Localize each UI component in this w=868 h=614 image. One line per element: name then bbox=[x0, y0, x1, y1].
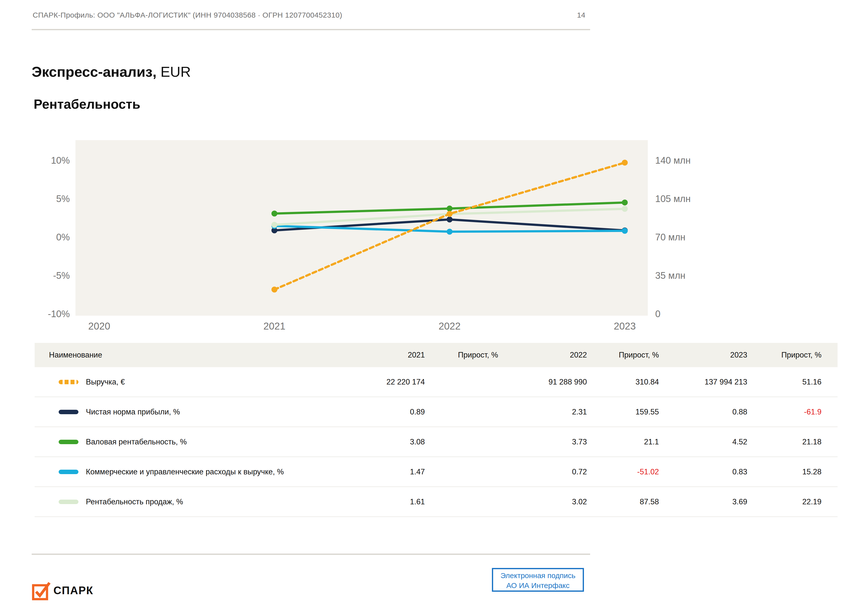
cell-value: 0.72 bbox=[572, 468, 587, 476]
legend-swatch-icon bbox=[59, 469, 78, 474]
spark-logo-check-icon bbox=[32, 581, 53, 602]
series-point bbox=[446, 229, 453, 235]
document-header-text: СПАРК-Профиль: ООО "АЛЬФА-ЛОГИСТИК" (ИНН… bbox=[33, 11, 342, 19]
series-point bbox=[271, 222, 277, 228]
column-header-growth1: Прирост, % bbox=[458, 351, 498, 359]
series-point bbox=[446, 216, 453, 222]
row-label: Выручка, € bbox=[86, 378, 125, 387]
table-row: Коммерческие и управленческие расходы к … bbox=[35, 457, 837, 487]
table-row: Выручка, €22 220 17491 288 990310.84137 … bbox=[35, 367, 837, 397]
cell-value: 3.73 bbox=[572, 437, 587, 446]
cell-value: -51.02 bbox=[637, 468, 659, 476]
legend-swatch-icon bbox=[59, 440, 78, 444]
legend-swatch-icon bbox=[59, 500, 78, 504]
cell-value: 3.02 bbox=[572, 497, 587, 506]
series-point bbox=[271, 211, 277, 217]
page-number: 14 bbox=[577, 11, 585, 19]
cell-value: 3.69 bbox=[732, 497, 747, 506]
left-axis-tick-label: 5% bbox=[56, 194, 70, 204]
table-body: Выручка, €22 220 17491 288 990310.84137 … bbox=[35, 367, 837, 517]
series-point bbox=[622, 206, 628, 212]
column-header-growth3: Прирост, % bbox=[781, 351, 822, 359]
series-point bbox=[271, 287, 277, 293]
signature-line-1: Электронная подпись bbox=[493, 570, 583, 581]
x-axis-year-label: 2022 bbox=[439, 320, 461, 331]
left-axis-tick-label: -10% bbox=[48, 309, 70, 319]
series-point bbox=[622, 160, 628, 166]
page-title: Экспресс-анализ, EUR bbox=[32, 64, 191, 80]
page-title-bold: Экспресс-анализ, bbox=[32, 64, 157, 80]
report-page: СПАРК-Профиль: ООО "АЛЬФА-ЛОГИСТИК" (ИНН… bbox=[0, 0, 868, 614]
cell-value: 22.19 bbox=[802, 497, 822, 506]
series-point bbox=[622, 199, 628, 205]
left-axis-tick-label: -5% bbox=[53, 270, 70, 281]
right-axis-tick-label: 140 млн bbox=[655, 155, 691, 166]
cell-value: 159.55 bbox=[636, 407, 659, 417]
cell-value: 15.28 bbox=[802, 468, 822, 476]
right-axis-tick-label: 35 млн bbox=[655, 270, 685, 281]
cell-value: 3.08 bbox=[410, 437, 425, 446]
cell-value: 1.61 bbox=[410, 497, 425, 506]
series-point bbox=[446, 211, 453, 217]
row-label: Валовая рентабельность, % bbox=[86, 437, 187, 446]
cell-value: 21.18 bbox=[802, 437, 822, 446]
legend-swatch-icon bbox=[59, 380, 78, 384]
table-header-row: Наименование 2021 Прирост, % 2022 Прирос… bbox=[35, 343, 837, 367]
cell-value: 21.1 bbox=[644, 437, 659, 446]
legend-swatch-icon bbox=[59, 410, 78, 414]
cell-value: 0.88 bbox=[732, 407, 747, 417]
cell-value: 2.31 bbox=[572, 407, 587, 417]
cell-value: 137 994 213 bbox=[705, 378, 747, 387]
right-axis-tick-label: 105 млн bbox=[655, 194, 691, 204]
section-title: Рентабельность bbox=[34, 96, 140, 112]
right-axis-tick-label: 70 млн bbox=[655, 232, 685, 242]
cell-value: 4.52 bbox=[732, 437, 747, 446]
signature-line-2: АО ИА Интерфакс bbox=[493, 581, 583, 591]
column-header-2021: 2021 bbox=[408, 351, 425, 359]
right-axis-tick-label: 0 bbox=[655, 309, 660, 319]
profitability-chart: 10%140 млн5%105 млн0%70 млн-5%35 млн-10%… bbox=[0, 134, 868, 334]
left-axis-tick-label: 0% bbox=[56, 232, 70, 242]
table-row: Чистая норма прибыли, %0.892.31159.550.8… bbox=[35, 397, 837, 427]
x-axis-year-label: 2023 bbox=[614, 320, 636, 331]
row-label: Чистая норма прибыли, % bbox=[86, 407, 180, 417]
left-axis-tick-label: 10% bbox=[51, 155, 70, 166]
cell-value: 310.84 bbox=[636, 378, 659, 387]
column-header-name: Наименование bbox=[49, 351, 102, 359]
series-point bbox=[622, 228, 628, 234]
column-header-2023: 2023 bbox=[730, 351, 747, 359]
series-point bbox=[446, 205, 453, 211]
page-title-suffix: EUR bbox=[157, 64, 191, 80]
x-axis-year-label: 2020 bbox=[88, 320, 110, 331]
header-divider bbox=[32, 29, 590, 30]
column-header-2022: 2022 bbox=[570, 351, 587, 359]
table-row: Рентабельность продаж, %1.613.0287.583.6… bbox=[35, 487, 837, 517]
x-axis-year-label: 2021 bbox=[264, 320, 285, 331]
row-label: Рентабельность продаж, % bbox=[86, 497, 183, 506]
footer-divider bbox=[32, 553, 590, 555]
cell-value: -61.9 bbox=[804, 407, 822, 417]
cell-value: 51.16 bbox=[802, 378, 822, 387]
row-label: Коммерческие и управленческие расходы к … bbox=[86, 468, 284, 476]
metrics-table: Наименование 2021 Прирост, % 2022 Прирос… bbox=[35, 343, 837, 517]
electronic-signature-button[interactable]: Электронная подпись АО ИА Интерфакс bbox=[492, 568, 584, 592]
cell-value: 22 220 174 bbox=[386, 378, 425, 387]
cell-value: 1.47 bbox=[410, 468, 425, 476]
spark-logo-text: СПАРК bbox=[53, 584, 93, 597]
column-header-growth2: Прирост, % bbox=[619, 351, 659, 359]
table-row: Валовая рентабельность, %3.083.7321.14.5… bbox=[35, 427, 837, 457]
cell-value: 0.83 bbox=[732, 468, 747, 476]
cell-value: 91 288 990 bbox=[549, 378, 587, 387]
cell-value: 87.58 bbox=[640, 497, 659, 506]
cell-value: 0.89 bbox=[410, 407, 425, 417]
